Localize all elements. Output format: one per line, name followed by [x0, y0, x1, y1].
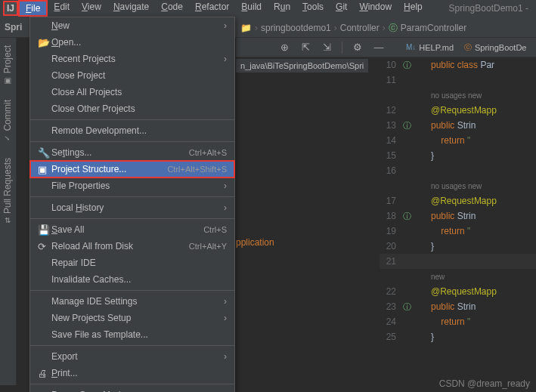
menu-label: Repair IDE [51, 258, 227, 268]
code-line[interactable]: 11 [380, 73, 536, 88]
code-line[interactable]: 16 [380, 163, 536, 178]
line-number: 21 [380, 256, 401, 267]
code-line[interactable]: 18ⓘpublic Strin [380, 208, 536, 224]
markdown-icon: M↓ [406, 43, 416, 51]
menu-item-print[interactable]: 🖨Print... [30, 365, 234, 381]
code-line[interactable]: 14 return " [380, 133, 536, 148]
inlay-hint: new [413, 273, 445, 281]
menubar-item-run[interactable]: Run [268, 0, 296, 17]
class-icon: ⓒ [389, 22, 398, 35]
tool-window-pull-requests[interactable]: ⇅Pull Requests [0, 150, 15, 230]
menu-separator [30, 218, 234, 219]
menu-item-local-history[interactable]: Local History› [30, 199, 234, 216]
menubar-item-build[interactable]: Build [235, 0, 268, 17]
code-line[interactable]: 23ⓘpublic Strin [380, 299, 536, 314]
tool-window-project[interactable]: ▣Project [0, 38, 15, 92]
menubar-item-help[interactable]: Help [398, 0, 429, 17]
code-line[interactable]: 22@RequestMapp [380, 284, 536, 299]
open-icon: 📂 [38, 37, 51, 48]
code-line[interactable]: 13ⓘpublic Strin [380, 118, 536, 133]
code-text: return " [413, 226, 470, 236]
code-text: @RequestMapp [413, 286, 497, 297]
expand-icon[interactable]: ⇱ [299, 42, 311, 54]
code-line[interactable]: no usages new [380, 88, 536, 103]
code-line[interactable]: 12@RequestMapp [380, 103, 536, 118]
code-editor[interactable]: 10ⓘpublic class Par11no usages new12@Req… [380, 57, 536, 392]
menu-item-save-all[interactable]: 💾Save AllCtrl+S [30, 221, 234, 238]
gear-icon[interactable]: ⚙ [352, 42, 364, 54]
menu-item-manage-ide-settings[interactable]: Manage IDE Settings› [30, 293, 234, 310]
menu-item-export[interactable]: Export› [30, 348, 234, 365]
menu-item-close-all-projects[interactable]: Close All Projects [30, 84, 234, 100]
menu-item-file-properties[interactable]: File Properties› [30, 177, 234, 194]
target-icon[interactable]: ⊕ [278, 42, 290, 54]
menu-shortcut: Ctrl+Alt+Shift+S [167, 165, 227, 174]
code-text: } [413, 332, 434, 342]
menu-label: Open... [51, 37, 227, 48]
code-line[interactable]: no usages new [380, 178, 536, 193]
left-tool-window-bar: ▣Project ✓Commit ⇅Pull Requests [0, 38, 17, 385]
menu-label: Export [51, 351, 218, 362]
menu-item-close-other-projects[interactable]: Close Other Projects [30, 100, 234, 117]
breadcrumb-item[interactable]: springbootdemo1 [261, 23, 331, 33]
menu-item-repair-ide[interactable]: Repair IDE [30, 255, 234, 271]
breadcrumb-item[interactable]: ParamController [401, 23, 466, 33]
menu-item-settings[interactable]: 🔧Settings...Ctrl+Alt+S [30, 144, 234, 161]
menubar-item-code[interactable]: Code [155, 0, 189, 17]
menu-item-project-structure[interactable]: ▣Project Structure...Ctrl+Alt+Shift+S [30, 161, 234, 177]
tab-springbootdemo[interactable]: ⓒSpringBootDe [460, 40, 531, 55]
save-icon: 💾 [38, 224, 51, 236]
menu-separator [30, 119, 234, 120]
collapse-icon[interactable]: ⇲ [321, 42, 333, 54]
menu-item-invalidate-caches[interactable]: Invalidate Caches... [30, 271, 234, 288]
menu-item-power-save-mode[interactable]: Power Save Mode [30, 387, 234, 392]
menu-label: Close Other Projects [51, 103, 227, 114]
code-line[interactable]: 17@RequestMapp [380, 193, 536, 208]
chevron-right-icon: › [224, 296, 227, 307]
menu-label: New [51, 20, 218, 31]
menu-item-save-file-as-template[interactable]: Save File as Template... [30, 326, 234, 343]
code-line[interactable]: 21 [380, 254, 536, 269]
menubar-item-file[interactable]: File [18, 0, 48, 17]
code-line[interactable]: 10ⓘpublic class Par [380, 57, 536, 73]
menu-item-reload-all-from-disk[interactable]: ⟳Reload All from DiskCtrl+Alt+Y [30, 238, 234, 255]
line-number: 20 [380, 241, 401, 252]
chevron-right-icon: › [224, 181, 227, 191]
menu-label: File Properties [51, 181, 218, 191]
code-line[interactable]: 25} [380, 329, 536, 344]
code-line[interactable]: new [380, 269, 536, 284]
menubar-item-tools[interactable]: Tools [296, 0, 330, 17]
menu-item-new[interactable]: New› [30, 17, 234, 34]
breadcrumb-item[interactable]: Controller [340, 23, 380, 33]
menu-item-new-projects-setup[interactable]: New Projects Setup› [30, 310, 234, 326]
code-text: public Strin [413, 211, 476, 221]
menu-item-open[interactable]: 📂Open... [30, 34, 234, 51]
code-text: } [413, 241, 434, 252]
menu-item-recent-projects[interactable]: Recent Projects› [30, 51, 234, 67]
code-line[interactable]: 24 return " [380, 314, 536, 329]
menubar-item-navigate[interactable]: Navigate [107, 0, 155, 17]
menu-item-remote-development[interactable]: Remote Development... [30, 122, 234, 139]
menubar: IJ FileEditViewNavigateCodeRefactorBuild… [0, 0, 536, 17]
menu-item-close-project[interactable]: Close Project [30, 67, 234, 84]
class-icon: ⓒ [464, 42, 472, 53]
code-line[interactable]: 20} [380, 239, 536, 254]
tab-help-md[interactable]: M↓HELP.md [401, 41, 458, 54]
line-number: 17 [380, 196, 401, 206]
editor-toolbar: ⊕ ⇱ ⇲ ⚙ — M↓HELP.md ⓒSpringBootDe [236, 38, 536, 57]
breadcrumb[interactable]: 📁 › springbootdemo1 › Controller › ⓒ Par… [236, 20, 466, 35]
menubar-item-view[interactable]: View [76, 0, 107, 17]
hide-icon[interactable]: — [373, 42, 385, 54]
menubar-item-refactor[interactable]: Refactor [189, 0, 235, 17]
app-logo-icon: IJ [3, 1, 18, 16]
tool-window-commit[interactable]: ✓Commit [0, 92, 15, 150]
menu-shortcut: Ctrl+Alt+S [189, 148, 227, 157]
menu-label: Save All [51, 224, 194, 235]
code-line[interactable]: 19 return " [380, 224, 536, 239]
line-number: 13 [380, 120, 401, 131]
menubar-item-edit[interactable]: Edit [48, 0, 76, 17]
menubar-item-window[interactable]: Window [353, 0, 398, 17]
chevron-right-icon: › [255, 23, 258, 33]
code-line[interactable]: 15} [380, 148, 536, 163]
menubar-item-git[interactable]: Git [330, 0, 353, 17]
